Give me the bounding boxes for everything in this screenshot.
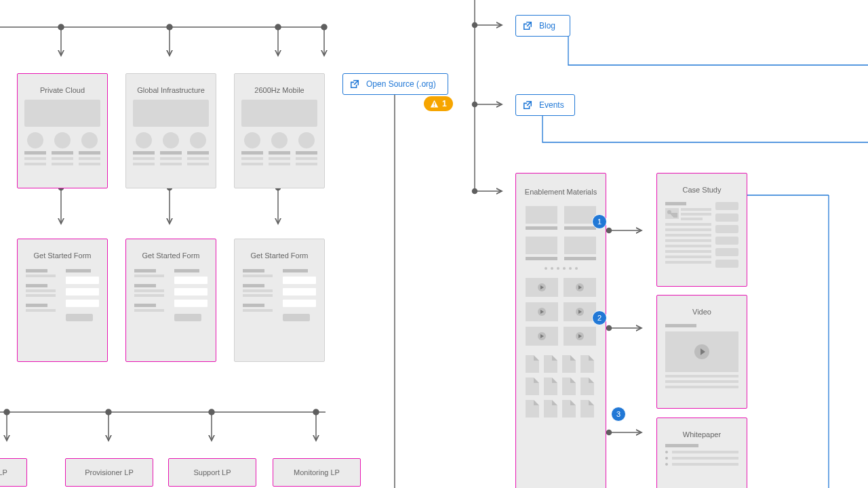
sitemap-canvas[interactable]: Private Cloud Global Infrastructure 2600… bbox=[0, 0, 868, 488]
svg-point-1 bbox=[58, 24, 64, 30]
play-icon bbox=[576, 332, 584, 340]
card-get-started-2[interactable]: Get Started Form bbox=[125, 239, 216, 362]
card-title: Get Started Form bbox=[132, 246, 210, 265]
card-global-infra[interactable]: Global Infrastructure bbox=[125, 73, 216, 188]
section-badge-1: 1 bbox=[592, 214, 607, 229]
play-icon bbox=[576, 308, 584, 316]
link-label: Open Source (.org) bbox=[366, 79, 436, 89]
play-icon bbox=[538, 283, 546, 291]
link-open-source[interactable]: Open Source (.org) bbox=[342, 73, 448, 95]
lp-support[interactable]: Support LP bbox=[168, 458, 256, 487]
card-whitepaper[interactable]: Whitepaper bbox=[656, 418, 747, 488]
card-title: Whitepaper bbox=[663, 425, 741, 444]
play-icon bbox=[538, 332, 546, 340]
warning-count: 1 bbox=[442, 99, 447, 108]
lp-monitoring[interactable]: Monitoring LP bbox=[273, 458, 361, 487]
svg-point-17 bbox=[106, 409, 111, 415]
image-placeholder-icon bbox=[665, 208, 679, 219]
section-badge-3: 3 bbox=[611, 407, 626, 422]
lp-mngr[interactable]: Mngr LP bbox=[0, 458, 27, 487]
svg-rect-41 bbox=[434, 105, 435, 106]
card-2600hz-mobile[interactable]: 2600Hz Mobile bbox=[234, 73, 325, 188]
card-get-started-3[interactable]: Get Started Form bbox=[234, 239, 325, 362]
card-title: Enablement Materials bbox=[521, 180, 600, 203]
svg-point-2 bbox=[167, 24, 172, 30]
card-enablement-materials[interactable]: Enablement Materials 1 2 3 bbox=[515, 173, 606, 488]
play-icon bbox=[538, 308, 546, 316]
card-title: Global Infrastructure bbox=[132, 81, 210, 100]
link-label: Events bbox=[539, 100, 564, 110]
warning-icon bbox=[430, 100, 439, 108]
card-title: Video bbox=[663, 302, 741, 321]
svg-point-4 bbox=[321, 24, 327, 30]
svg-point-32 bbox=[607, 228, 612, 233]
external-link-icon bbox=[523, 21, 532, 30]
svg-point-29 bbox=[473, 189, 477, 194]
play-icon bbox=[576, 283, 584, 291]
svg-rect-40 bbox=[434, 102, 435, 105]
card-title: Case Study bbox=[663, 180, 741, 199]
external-link-icon bbox=[523, 100, 532, 110]
svg-point-36 bbox=[607, 430, 612, 435]
card-title: 2600Hz Mobile bbox=[240, 81, 319, 100]
svg-point-16 bbox=[4, 409, 9, 415]
external-link-icon bbox=[350, 79, 359, 89]
document-icon bbox=[526, 355, 539, 373]
svg-point-18 bbox=[209, 409, 214, 415]
card-title: Get Started Form bbox=[240, 246, 319, 265]
hero-placeholder bbox=[24, 100, 100, 127]
card-case-study[interactable]: Case Study bbox=[656, 173, 747, 287]
card-title: Get Started Form bbox=[23, 246, 102, 265]
section-badge-2: 2 bbox=[592, 310, 607, 325]
svg-point-3 bbox=[275, 24, 281, 30]
card-get-started-1[interactable]: Get Started Form bbox=[17, 239, 108, 362]
link-label: Blog bbox=[539, 21, 555, 30]
svg-point-27 bbox=[473, 102, 477, 107]
card-title: Private Cloud bbox=[23, 81, 102, 100]
link-blog[interactable]: Blog bbox=[515, 15, 570, 37]
card-private-cloud[interactable]: Private Cloud bbox=[17, 73, 108, 188]
svg-point-19 bbox=[313, 409, 319, 415]
svg-point-34 bbox=[607, 326, 612, 331]
warning-badge[interactable]: 1 bbox=[424, 96, 453, 111]
card-video[interactable]: Video bbox=[656, 295, 747, 409]
lp-provisioner[interactable]: Provisioner LP bbox=[65, 458, 153, 487]
play-icon bbox=[694, 344, 709, 359]
link-events[interactable]: Events bbox=[515, 94, 575, 116]
svg-point-25 bbox=[473, 23, 477, 28]
